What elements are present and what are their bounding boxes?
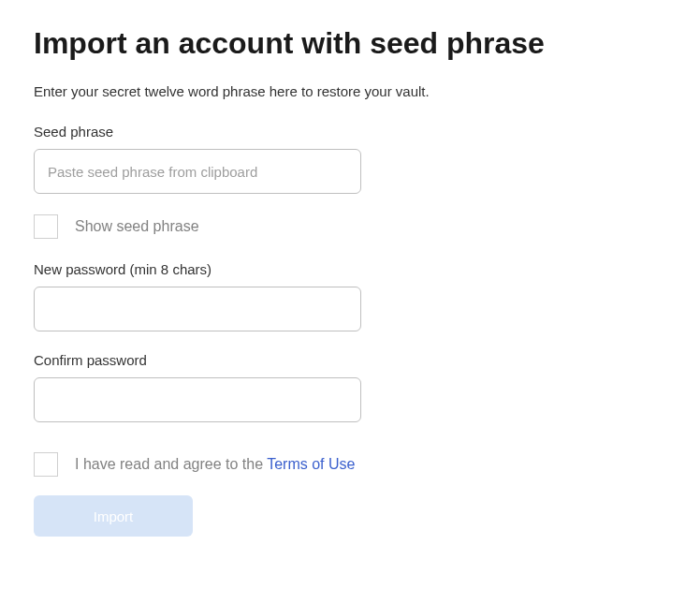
show-seed-label: Show seed phrase — [75, 218, 199, 235]
terms-link[interactable]: Terms of Use — [267, 456, 355, 472]
seed-phrase-group: Seed phrase — [34, 124, 666, 194]
show-seed-row: Show seed phrase — [34, 214, 666, 239]
new-password-group: New password (min 8 chars) — [34, 261, 666, 331]
terms-label: I have read and agree to the Terms of Us… — [75, 456, 355, 473]
confirm-password-label: Confirm password — [34, 352, 666, 368]
new-password-label: New password (min 8 chars) — [34, 261, 666, 277]
terms-row: I have read and agree to the Terms of Us… — [34, 452, 666, 477]
confirm-password-input[interactable] — [34, 377, 361, 422]
confirm-password-group: Confirm password — [34, 352, 666, 422]
seed-phrase-input[interactable] — [34, 149, 361, 194]
terms-prefix: I have read and agree to the — [75, 456, 267, 472]
terms-checkbox[interactable] — [34, 452, 58, 477]
new-password-input[interactable] — [34, 287, 361, 331]
seed-phrase-label: Seed phrase — [34, 124, 666, 140]
page-subtitle: Enter your secret twelve word phrase her… — [34, 83, 666, 99]
show-seed-checkbox[interactable] — [34, 214, 58, 239]
page-title: Import an account with seed phrase — [34, 26, 666, 61]
import-button[interactable]: Import — [34, 495, 193, 537]
